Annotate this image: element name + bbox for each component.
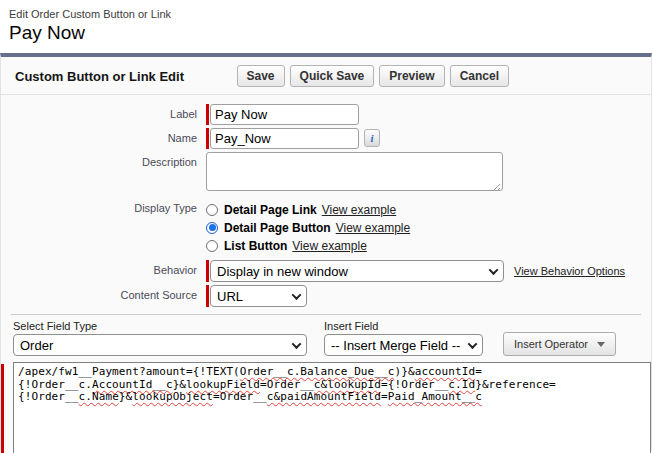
info-icon[interactable]: i bbox=[364, 129, 380, 147]
name-field-label: Name bbox=[1, 128, 206, 144]
chevron-down-icon bbox=[489, 265, 499, 275]
dropdown-arrow-icon bbox=[597, 342, 605, 347]
behavior-select[interactable]: Display in new window bbox=[210, 260, 504, 282]
section-title: Custom Button or Link Edit bbox=[15, 69, 184, 84]
view-example-link[interactable]: View example bbox=[322, 203, 396, 217]
label-row: Label bbox=[1, 104, 651, 125]
description-textarea[interactable] bbox=[206, 152, 503, 191]
insert-field-label: Insert Field bbox=[324, 320, 483, 332]
formula-editor-toolbar: Select Field Type Order Insert Field -- … bbox=[1, 320, 651, 356]
formula-textarea[interactable]: /apex/fw1__Payment?amount={!TEXT(Order__… bbox=[13, 362, 651, 453]
display-type-row: Display Type Detail Page Link View examp… bbox=[1, 198, 651, 255]
breadcrumb: Edit Order Custom Button or Link bbox=[9, 8, 652, 20]
display-type-options: Detail Page Link View example Detail Pag… bbox=[206, 198, 410, 255]
panel-header: Custom Button or Link Edit Save Quick Sa… bbox=[1, 57, 651, 95]
description-field-label: Description bbox=[1, 152, 206, 168]
radio-option-detail-page-button: Detail Page Button View example bbox=[206, 219, 410, 236]
insert-field-column: Insert Field -- Insert Merge Field -- bbox=[324, 320, 483, 356]
edit-form: Label Name i Description bbox=[1, 95, 651, 307]
name-row: Name i bbox=[1, 128, 651, 149]
insert-operator-label: Insert Operator bbox=[514, 338, 588, 350]
action-button-group: Save Quick Save Preview Cancel bbox=[237, 65, 509, 87]
page-header: Edit Order Custom Button or Link Pay Now bbox=[0, 0, 652, 44]
description-row: Description bbox=[1, 152, 651, 195]
radio-button-icon[interactable] bbox=[206, 240, 218, 252]
formula-area: /apex/fw1__Payment?amount={!TEXT(Order__… bbox=[1, 362, 651, 453]
radio-button-icon[interactable] bbox=[206, 204, 218, 216]
radio-option-list-button: List Button View example bbox=[206, 237, 410, 254]
chevron-down-icon bbox=[292, 339, 302, 349]
page-title: Pay Now bbox=[9, 22, 652, 44]
name-input[interactable] bbox=[210, 128, 359, 149]
required-indicator bbox=[1, 364, 4, 453]
behavior-row: Behavior Display in new window View Beha… bbox=[1, 260, 651, 282]
radio-option-detail-page-link: Detail Page Link View example bbox=[206, 201, 410, 218]
radio-option-label[interactable]: Detail Page Button bbox=[224, 221, 331, 235]
content-source-selected-value: URL bbox=[217, 289, 243, 304]
display-type-label: Display Type bbox=[1, 198, 206, 214]
required-indicator bbox=[206, 128, 209, 149]
label-field-label: Label bbox=[1, 104, 206, 120]
required-indicator bbox=[206, 285, 209, 307]
quick-save-button[interactable]: Quick Save bbox=[290, 65, 375, 87]
save-button[interactable]: Save bbox=[237, 65, 285, 87]
insert-operator-button[interactable]: Insert Operator bbox=[503, 332, 616, 356]
required-indicator bbox=[206, 104, 209, 125]
view-example-link[interactable]: View example bbox=[336, 221, 410, 235]
radio-option-label[interactable]: Detail Page Link bbox=[224, 203, 317, 217]
radio-option-label[interactable]: List Button bbox=[224, 239, 287, 253]
behavior-label: Behavior bbox=[1, 260, 206, 276]
insert-field-select[interactable]: -- Insert Merge Field -- bbox=[324, 334, 483, 356]
preview-button[interactable]: Preview bbox=[379, 65, 444, 87]
label-input[interactable] bbox=[210, 104, 359, 125]
radio-button-icon[interactable] bbox=[206, 222, 218, 234]
content-source-row: Content Source URL bbox=[1, 285, 651, 307]
required-indicator bbox=[206, 260, 209, 282]
section-divider bbox=[11, 314, 641, 315]
insert-field-selected-value: -- Insert Merge Field -- bbox=[331, 338, 460, 353]
cancel-button[interactable]: Cancel bbox=[450, 65, 509, 87]
content-source-label: Content Source bbox=[1, 285, 206, 301]
view-example-link[interactable]: View example bbox=[292, 239, 366, 253]
field-type-label: Select Field Type bbox=[13, 320, 307, 332]
page: Edit Order Custom Button or Link Pay Now… bbox=[0, 0, 652, 453]
view-behavior-options-link[interactable]: View Behavior Options bbox=[514, 265, 625, 277]
chevron-down-icon bbox=[292, 290, 302, 300]
field-type-column: Select Field Type Order bbox=[13, 320, 307, 356]
field-type-select[interactable]: Order bbox=[13, 334, 307, 356]
content-source-select[interactable]: URL bbox=[210, 285, 307, 307]
edit-panel: Custom Button or Link Edit Save Quick Sa… bbox=[0, 53, 652, 451]
formula-editor: Select Field Type Order Insert Field -- … bbox=[1, 320, 651, 453]
chevron-down-icon bbox=[468, 339, 478, 349]
field-type-selected-value: Order bbox=[20, 338, 53, 353]
behavior-selected-value: Display in new window bbox=[217, 264, 348, 279]
description-textarea-wrap bbox=[206, 152, 503, 195]
